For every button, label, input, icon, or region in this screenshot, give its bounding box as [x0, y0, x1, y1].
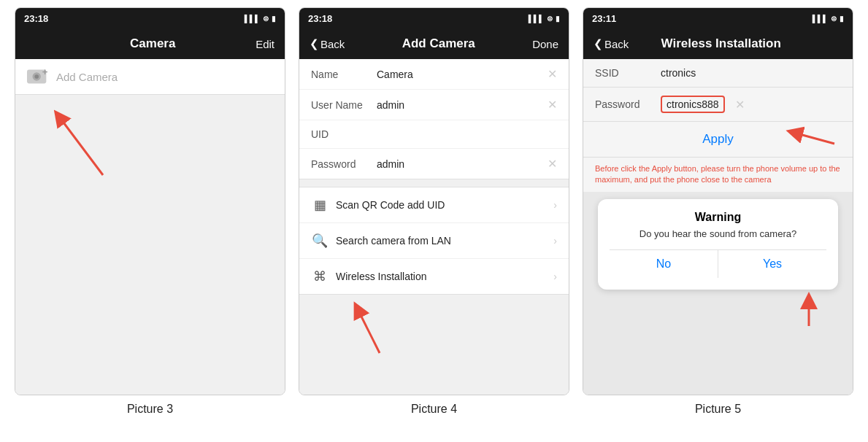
- wifi-row-password: Password ctronics888 ✕: [583, 88, 853, 122]
- add-camera-label[interactable]: Add Camera: [56, 71, 118, 83]
- camera-add-icon: +: [27, 66, 50, 87]
- nav-bar-3: ❮ Back Wireless Installation: [583, 28, 853, 59]
- wifi-password-label: Password: [595, 98, 653, 110]
- svg-text:+: +: [42, 66, 48, 77]
- menu-item-search[interactable]: 🔍 Search camera from LAN ›: [299, 223, 569, 259]
- warning-dialog-buttons: No Yes: [610, 249, 826, 278]
- caption-3: Picture 5: [583, 403, 853, 416]
- nav-title-3: Wireless Installation: [661, 36, 781, 51]
- menu-item-wireless[interactable]: ⌘ Wireless Installation ›: [299, 259, 569, 294]
- arrow-area-1: [15, 95, 285, 395]
- label-username: User Name: [311, 99, 369, 111]
- form-row-username: User Name admin ✕: [299, 90, 569, 120]
- time-2: 23:18: [308, 13, 332, 24]
- chevron-search: ›: [553, 235, 557, 247]
- nav-edit-button[interactable]: Edit: [256, 38, 274, 50]
- caption-2: Picture 4: [299, 403, 569, 416]
- form-section-2: Name Camera ✕ User Name admin ✕ UID Pass…: [299, 59, 569, 179]
- qr-label: Scan QR Code add UID: [336, 199, 546, 211]
- phone-screen-2: 23:18 ▌▌▌ ⊜ ▮ ❮ Back Add Camera Done Nam…: [299, 7, 569, 395]
- form-row-name: Name Camera ✕: [299, 59, 569, 90]
- arrow-3: [780, 122, 838, 151]
- form-row-uid: UID: [299, 120, 569, 149]
- signal-icon-1: ▌▌▌: [245, 15, 260, 23]
- status-bar-3: 23:11 ▌▌▌ ⊜ ▮: [583, 8, 853, 28]
- battery-icon-3: ▮: [840, 15, 844, 23]
- status-bar-2: 23:18 ▌▌▌ ⊜ ▮: [299, 8, 569, 28]
- apply-button[interactable]: Apply: [702, 132, 734, 146]
- screen3-body: SSID ctronics Password ctronics888 ✕ App…: [583, 59, 853, 395]
- warning-dialog-title: Warning: [610, 211, 826, 224]
- wifi-icon-2: ⊜: [547, 15, 553, 23]
- wireless-label: Wireless Installation: [336, 271, 546, 282]
- back-button-2[interactable]: ❮ Back: [310, 37, 345, 50]
- form-row-password: Password admin ✕: [299, 149, 569, 179]
- menu-section-2: ▦ Scan QR Code add UID › 🔍 Search camera…: [299, 187, 569, 295]
- apply-row: Apply: [583, 122, 853, 158]
- camera-svg-icon: +: [27, 66, 50, 87]
- wifi-menu-icon: ⌘: [311, 268, 329, 284]
- screen2-body: Name Camera ✕ User Name admin ✕ UID Pass…: [299, 59, 569, 395]
- warning-instruction-text: Before click the Apply button, please tu…: [583, 158, 853, 192]
- signal-icon-3: ▌▌▌: [813, 15, 828, 23]
- nav-bar-1: Back Camera Edit: [15, 28, 285, 59]
- chevron-left-icon-3: ❮: [594, 37, 603, 50]
- wifi-form-section: SSID ctronics Password ctronics888 ✕: [583, 59, 853, 122]
- clear-password-button[interactable]: ✕: [548, 157, 557, 171]
- search-label: Search camera from LAN: [336, 235, 546, 247]
- search-icon: 🔍: [311, 233, 329, 249]
- label-name: Name: [311, 69, 369, 80]
- value-username[interactable]: admin: [377, 99, 540, 111]
- battery-icon-1: ▮: [272, 15, 276, 23]
- clear-name-button[interactable]: ✕: [548, 67, 557, 81]
- time-1: 23:18: [24, 13, 48, 24]
- caption-1: Picture 3: [15, 403, 285, 416]
- nav-title-2: Add Camera: [402, 36, 475, 51]
- svg-point-2: [34, 74, 39, 79]
- nav-bar-2: ❮ Back Add Camera Done: [299, 28, 569, 59]
- wifi-password-input[interactable]: ctronics888: [661, 96, 725, 113]
- menu-item-qr[interactable]: ▦ Scan QR Code add UID ›: [299, 187, 569, 223]
- label-uid: UID: [311, 128, 369, 140]
- arrow-1: [45, 102, 132, 190]
- arrow-yes: [743, 290, 831, 333]
- svg-line-7: [358, 309, 380, 353]
- wifi-icon-1: ⊜: [263, 15, 269, 23]
- chevron-left-icon-2: ❮: [310, 37, 319, 50]
- phone-screen-3: 23:11 ▌▌▌ ⊜ ▮ ❮ Back Wireless Installati…: [583, 7, 853, 395]
- add-camera-row[interactable]: + Add Camera: [15, 59, 285, 95]
- label-password: Password: [311, 158, 369, 170]
- back-button-3[interactable]: ❮ Back: [594, 37, 629, 50]
- done-button-2[interactable]: Done: [532, 38, 558, 50]
- captions-row: Picture 3 Picture 4 Picture 5: [15, 403, 853, 416]
- qr-icon: ▦: [311, 197, 329, 213]
- warning-yes-button[interactable]: Yes: [718, 250, 826, 278]
- value-name[interactable]: Camera: [377, 69, 540, 80]
- status-icons-1: ▌▌▌ ⊜ ▮: [245, 15, 276, 23]
- wifi-icon-3: ⊜: [831, 15, 837, 23]
- status-icons-3: ▌▌▌ ⊜ ▮: [813, 15, 844, 23]
- clear-wifi-password-button[interactable]: ✕: [735, 98, 745, 112]
- arrow-area-3: [583, 297, 853, 333]
- phone-screen-1: 23:18 ▌▌▌ ⊜ ▮ Back Camera Edit +: [15, 7, 285, 395]
- warning-dialog: Warning Do you hear the sound from camer…: [598, 199, 838, 290]
- ssid-label: SSID: [595, 67, 653, 79]
- time-3: 23:11: [592, 13, 616, 24]
- chevron-wireless: ›: [553, 271, 557, 282]
- svg-line-9: [794, 133, 834, 144]
- battery-icon-2: ▮: [556, 15, 560, 23]
- chevron-qr: ›: [553, 199, 557, 211]
- arrow-area-2: [299, 295, 569, 353]
- warning-no-button[interactable]: No: [610, 250, 718, 278]
- value-password[interactable]: admin: [377, 158, 540, 170]
- clear-username-button[interactable]: ✕: [548, 98, 557, 112]
- wifi-row-ssid: SSID ctronics: [583, 59, 853, 88]
- svg-line-5: [59, 117, 103, 175]
- ssid-value[interactable]: ctronics: [661, 67, 841, 79]
- arrow-2: [336, 295, 423, 360]
- status-icons-2: ▌▌▌ ⊜ ▮: [529, 15, 560, 23]
- screen1-body: + Add Camera: [15, 59, 285, 395]
- warning-dialog-message: Do you hear the sound from camera?: [610, 228, 826, 239]
- nav-title-1: Camera: [130, 36, 175, 51]
- status-bar-1: 23:18 ▌▌▌ ⊜ ▮: [15, 8, 285, 28]
